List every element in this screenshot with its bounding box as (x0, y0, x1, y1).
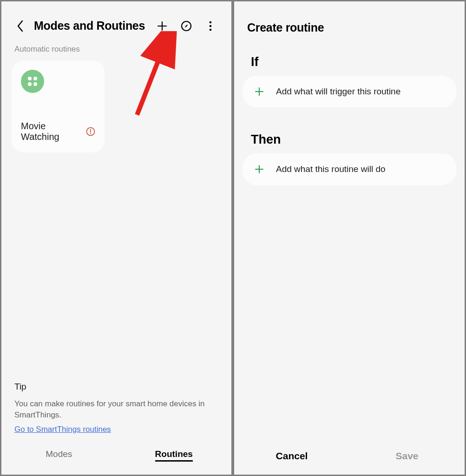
tip-heading: Tip (14, 382, 218, 392)
svg-point-3 (210, 28, 212, 31)
add-action-label: Add what this routine will do (276, 164, 386, 174)
alert-icon (86, 127, 95, 136)
add-action-button[interactable]: Add what this routine will do (243, 153, 456, 185)
page-title: Modes and Routines (34, 19, 145, 33)
routine-badge-icon (21, 70, 44, 93)
svg-point-6 (90, 133, 91, 134)
save-button[interactable]: Save (349, 450, 465, 462)
svg-point-1 (210, 21, 212, 23)
create-routine-footer: Cancel Save (234, 441, 465, 475)
plus-icon (254, 86, 265, 97)
smartthings-link[interactable]: Go to SmartThings routines (14, 425, 111, 434)
routine-card[interactable]: Movie Watching (12, 60, 105, 152)
routine-name-row: Movie Watching (21, 121, 95, 142)
svg-point-2 (210, 25, 212, 27)
create-routine-title: Create routine (234, 1, 465, 46)
bottom-tabs: Modes Routines (1, 441, 231, 475)
add-trigger-button[interactable]: Add what will trigger this routine (243, 76, 456, 107)
then-heading: Then (234, 124, 465, 153)
add-icon[interactable] (156, 20, 168, 32)
header: Modes and Routines (1, 1, 231, 42)
routine-name: Movie Watching (21, 121, 82, 142)
routines-list-screen: Modes and Routines Automatic routines Mo… (0, 0, 233, 476)
cancel-button[interactable]: Cancel (234, 450, 349, 462)
header-actions (156, 20, 217, 32)
add-trigger-label: Add what will trigger this routine (276, 86, 400, 97)
plus-icon (254, 164, 265, 175)
tip-block: Tip You can make routines for your smart… (1, 382, 231, 441)
more-icon[interactable] (204, 20, 217, 32)
tip-body: You can make routines for your smart hom… (14, 398, 218, 421)
if-heading: If (234, 46, 465, 76)
tab-modes[interactable]: Modes (1, 449, 117, 462)
create-routine-screen: Create routine If Add what will trigger … (233, 0, 466, 476)
section-label: Automatic routines (1, 42, 231, 60)
back-icon[interactable] (14, 20, 26, 32)
tab-routines[interactable]: Routines (117, 449, 232, 462)
compass-icon[interactable] (180, 20, 192, 32)
